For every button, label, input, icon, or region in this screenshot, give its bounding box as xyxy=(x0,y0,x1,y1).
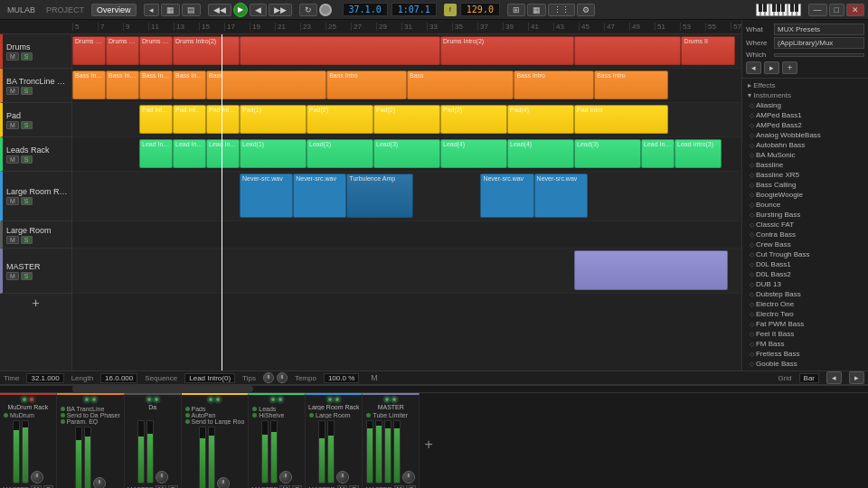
fader-bar-3-1[interactable] xyxy=(208,427,215,488)
clip-3-2[interactable]: Lead Intro(4) xyxy=(206,139,240,168)
clip-1-8[interactable]: Bass Intro xyxy=(594,70,667,99)
fwd-btn[interactable]: ▶▶ xyxy=(269,4,292,16)
effects-category[interactable]: Effects xyxy=(746,80,864,90)
track-row-3[interactable]: Lead Intro(1)Lead Intro(3)Lead Intro(4)L… xyxy=(72,137,741,172)
browser-item-8[interactable]: Bass Calling xyxy=(746,180,864,190)
window-min-btn[interactable]: — xyxy=(808,4,827,16)
clip-3-4[interactable]: Lead(2) xyxy=(307,139,373,168)
clip-1-2[interactable]: Bass Intro(2) xyxy=(139,70,173,99)
browser-item-7[interactable]: Bassline XR5 xyxy=(746,170,864,180)
track-solo-btn-2[interactable]: S xyxy=(21,121,33,129)
browser-item-10[interactable]: Bounce xyxy=(746,200,864,210)
track-row-2[interactable]: Pad Intro(2)Pad Intro(1)Pad Intro(4)Pad(… xyxy=(72,103,741,137)
horizontal-scrollbar[interactable] xyxy=(0,385,868,392)
send-item-1-2[interactable]: Param. EQ xyxy=(60,418,121,425)
overview-tab[interactable]: Overview xyxy=(91,4,137,16)
clip-0-5[interactable]: Drums Intro(2) xyxy=(440,36,574,65)
channel-knob-1[interactable] xyxy=(93,477,106,488)
track-solo-btn-5[interactable]: S xyxy=(21,236,33,244)
browser-item-11[interactable]: Bursting Bass xyxy=(746,210,864,220)
fader-bar-2-0[interactable] xyxy=(137,420,145,483)
track-mute-btn-0[interactable]: M xyxy=(6,52,19,61)
clip-6-0[interactable] xyxy=(574,250,728,290)
clip-1-3[interactable]: Bass Intro xyxy=(173,70,206,99)
clip-0-1[interactable]: Drums Intro 2 xyxy=(106,36,139,65)
stop-btn[interactable]: ◀ xyxy=(250,4,267,16)
browser-item-24[interactable]: FM Bass xyxy=(746,339,864,349)
browser-item-3[interactable]: Analog WobbleBass xyxy=(746,130,864,140)
fader-bar-4-0[interactable] xyxy=(261,420,269,483)
track-mute-btn-2[interactable]: M xyxy=(6,121,19,129)
fader-bar-2-1[interactable] xyxy=(146,420,154,483)
browser-item-26[interactable]: Goobie Bass xyxy=(746,359,864,369)
browser-item-22[interactable]: Fat PWM Bass xyxy=(746,319,864,329)
channel-knob-6[interactable] xyxy=(402,471,415,483)
clip-3-7[interactable]: Lead(4) xyxy=(507,139,574,168)
clip-4-3[interactable]: Never-src.wav xyxy=(480,174,533,218)
send-item-5-0[interactable]: Large Room xyxy=(308,412,359,418)
tool-btn1[interactable]: ⊞ xyxy=(507,4,525,16)
clip-2-5[interactable]: Pad(2) xyxy=(373,105,440,134)
browser-item-13[interactable]: Contra Bass xyxy=(746,230,864,239)
clip-2-7[interactable]: Pad(4) xyxy=(507,105,574,134)
clip-2-3[interactable]: Pad(1) xyxy=(240,105,307,134)
tool-btn2[interactable]: ▦ xyxy=(527,4,546,16)
nav-left-btn[interactable]: ◂ xyxy=(144,4,159,16)
clip-1-4[interactable]: Bass xyxy=(206,70,326,99)
swing-knob[interactable] xyxy=(277,372,288,383)
add-track-btn[interactable]: + xyxy=(0,294,71,312)
track-solo-btn-3[interactable]: S xyxy=(21,155,33,164)
fader-bar-1-0[interactable] xyxy=(75,427,82,488)
track-solo-btn-1[interactable]: S xyxy=(21,87,33,95)
fader-bar-6-3[interactable] xyxy=(393,420,401,483)
clip-2-0[interactable]: Pad Intro(2) xyxy=(139,105,173,134)
track-mute-btn-5[interactable]: M xyxy=(6,236,19,244)
browser-item-21[interactable]: Electro Two xyxy=(746,309,864,319)
channel-knob-0[interactable] xyxy=(31,471,43,483)
browser-item-25[interactable]: Fretless Bass xyxy=(746,349,864,359)
browser-item-17[interactable]: D0L Bass2 xyxy=(746,269,864,279)
clip-1-5[interactable]: Bass Intro xyxy=(326,70,407,99)
clip-4-2[interactable]: Turbulence Amp xyxy=(346,174,413,218)
clip-1-1[interactable]: Bass Intro(2) xyxy=(106,70,139,99)
send-item-4-0[interactable]: Leads xyxy=(251,406,302,412)
clip-3-9[interactable]: Lead Intro(4) xyxy=(641,139,675,168)
browser-item-12[interactable]: Classic FAT xyxy=(746,220,864,230)
clip-1-7[interactable]: Bass Intro xyxy=(514,70,594,99)
fader-bar-6-0[interactable] xyxy=(366,420,373,483)
tool-btn4[interactable]: ⚙ xyxy=(577,4,595,16)
browser-item-23[interactable]: Feel It Bass xyxy=(746,329,864,339)
fader-bar-0-0[interactable] xyxy=(13,420,20,483)
clip-3-6[interactable]: Lead(4) xyxy=(440,139,507,168)
clip-3-8[interactable]: Lead(3) xyxy=(574,139,641,168)
clip-0-7[interactable]: Drums II xyxy=(681,36,734,65)
track-row-4[interactable]: Never-src.wavNever-src.wavTurbulence Amp… xyxy=(72,172,741,221)
clip-2-4[interactable]: Pad(2) xyxy=(307,105,373,134)
clip-1-0[interactable]: Bass Intro(2) xyxy=(72,70,106,99)
fader-bar-5-0[interactable] xyxy=(318,420,326,483)
track-row-0[interactable]: Drums Intro 1Drums Intro 2Drums Intro 2D… xyxy=(72,34,741,69)
fader-bar-1-1[interactable] xyxy=(84,427,91,488)
browser-item-1[interactable]: AMPed Bass1 xyxy=(746,110,864,120)
clip-4-4[interactable]: Never-src.wav xyxy=(534,174,588,218)
track-solo-btn-0[interactable]: S xyxy=(21,52,33,61)
browser-item-14[interactable]: Crew Bass xyxy=(746,239,864,249)
browser-item-4[interactable]: Autobahn Bass xyxy=(746,140,864,150)
track-mute-btn-3[interactable]: M xyxy=(6,155,19,164)
fader-bar-4-1[interactable] xyxy=(270,420,278,483)
fader-bar-6-2[interactable] xyxy=(384,420,392,483)
clip-2-1[interactable]: Pad Intro(1) xyxy=(173,105,206,134)
clip-4-1[interactable]: Never-src.wav xyxy=(293,174,346,218)
window-close-btn[interactable]: ✕ xyxy=(846,4,864,16)
fader-bar-3-0[interactable] xyxy=(199,427,206,488)
browser-item-20[interactable]: Electro One xyxy=(746,299,864,309)
clip-3-10[interactable]: Lead Intro(3) xyxy=(675,139,722,168)
send-item-0-0[interactable]: MuDrum xyxy=(3,412,53,418)
grid-prev-btn[interactable]: ◂ xyxy=(826,371,842,384)
instruments-category[interactable]: Instruments xyxy=(746,90,864,100)
browser-item-16[interactable]: D0L Bass1 xyxy=(746,259,864,269)
track-content-area[interactable]: Drums Intro 1Drums Intro 2Drums Intro 2D… xyxy=(72,34,741,371)
send-item-3-0[interactable]: Pads xyxy=(184,406,246,412)
send-item-4-1[interactable]: HiShelve xyxy=(251,412,302,418)
clip-0-0[interactable]: Drums Intro 1 xyxy=(72,36,106,65)
